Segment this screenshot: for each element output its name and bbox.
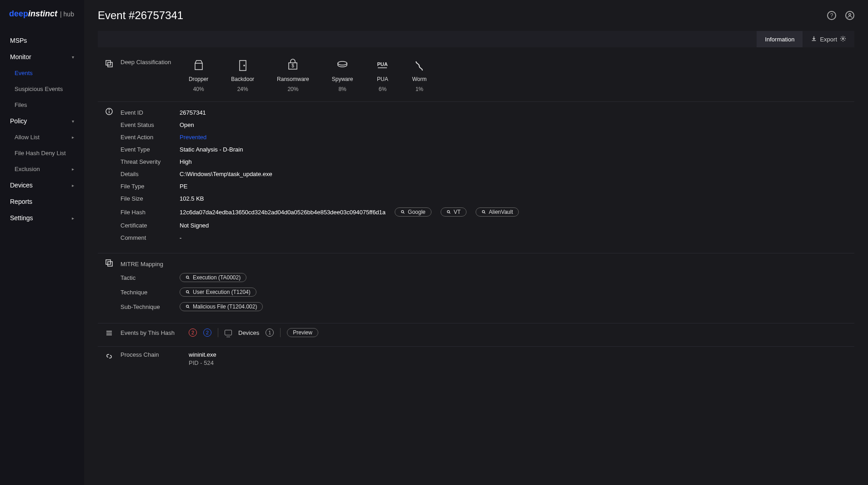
events-red-badge: 2 bbox=[189, 328, 197, 337]
tactic-pill[interactable]: Execution (TA0002) bbox=[180, 273, 246, 282]
details-label: Details bbox=[120, 171, 180, 177]
preview-button[interactable]: Preview bbox=[287, 328, 318, 337]
export-button[interactable]: Export bbox=[803, 31, 854, 47]
technique-label: Technique bbox=[120, 289, 180, 296]
mitre-label: MITRE Mapping bbox=[120, 261, 163, 268]
nav-exclusion[interactable]: Exclusion▸ bbox=[0, 161, 84, 177]
svg-line-27 bbox=[188, 307, 190, 308]
class-ransomware: $ Ransomware 20% bbox=[277, 59, 309, 92]
threat-severity-value: High bbox=[180, 158, 192, 165]
nav-monitor[interactable]: Monitor▾ bbox=[0, 49, 84, 65]
dropper-icon bbox=[192, 59, 206, 72]
divider bbox=[280, 328, 281, 337]
ransomware-icon: $ bbox=[286, 59, 300, 72]
svg-text:PUA: PUA bbox=[377, 61, 388, 67]
events-blue-badge: 2 bbox=[203, 328, 211, 337]
mitre-icon bbox=[105, 259, 113, 267]
nav-allow-list[interactable]: Allow List▸ bbox=[0, 129, 84, 145]
details-value: C:\Windows\Temp\task_update.exe bbox=[180, 171, 272, 177]
chevron-right-icon: ▸ bbox=[72, 167, 74, 172]
monitor-icon bbox=[225, 330, 232, 335]
comment-label: Comment bbox=[120, 234, 180, 241]
subtech-pill[interactable]: Malicious File (T1204.002) bbox=[180, 302, 263, 311]
nav-settings[interactable]: Settings▸ bbox=[0, 210, 84, 226]
event-action-label: Event Action bbox=[120, 134, 180, 141]
main-content: Event #26757341 ? Information Export Dee… bbox=[84, 0, 868, 485]
list-icon bbox=[105, 329, 113, 337]
process-name: wininit.exe bbox=[189, 351, 854, 358]
chevron-right-icon: ▸ bbox=[72, 183, 74, 188]
class-dropper: Dropper 40% bbox=[189, 59, 208, 92]
svg-line-15 bbox=[403, 212, 405, 214]
svg-point-0 bbox=[849, 14, 851, 16]
classification-label: Deep Classification bbox=[120, 59, 189, 66]
hash-alienvault-pill[interactable]: AlienVault bbox=[476, 207, 519, 217]
info-icon bbox=[105, 107, 113, 116]
svg-line-19 bbox=[484, 212, 486, 214]
nav-msps[interactable]: MSPs bbox=[0, 32, 84, 49]
classification-icon bbox=[105, 60, 113, 68]
svg-line-17 bbox=[449, 212, 451, 214]
tab-bar: Information Export bbox=[98, 31, 854, 47]
nav-devices[interactable]: Devices▸ bbox=[0, 177, 84, 193]
file-size-value: 102.5 KB bbox=[180, 195, 204, 202]
nav-file-hash-deny[interactable]: File Hash Deny List bbox=[0, 145, 84, 161]
nav-suspicious-events[interactable]: Suspicious Events bbox=[0, 81, 84, 97]
comment-value: - bbox=[180, 234, 181, 241]
tactic-label: Tactic bbox=[120, 274, 180, 281]
gear-icon[interactable] bbox=[840, 35, 846, 43]
file-type-label: File Type bbox=[120, 183, 180, 190]
nav-events[interactable]: Events bbox=[0, 65, 84, 81]
class-pua: PUA PUA 6% bbox=[376, 59, 389, 92]
class-backdoor: Backdoor 24% bbox=[231, 59, 254, 92]
class-spyware: Spyware 8% bbox=[332, 59, 353, 92]
chevron-down-icon: ▾ bbox=[72, 119, 74, 124]
svg-line-25 bbox=[188, 293, 190, 294]
svg-rect-3 bbox=[108, 62, 112, 67]
threat-severity-label: Threat Severity bbox=[120, 158, 180, 165]
event-action-value: Prevented bbox=[180, 134, 206, 141]
svg-text:$: $ bbox=[292, 63, 295, 68]
page-title: Event #26757341 bbox=[98, 9, 183, 22]
certificate-label: Certificate bbox=[120, 222, 180, 229]
process-pid: PID - 524 bbox=[189, 359, 854, 366]
brand-logo: deepinstinct | hub bbox=[0, 9, 84, 28]
divider bbox=[218, 328, 218, 337]
backdoor-icon bbox=[236, 59, 250, 72]
nav-reports[interactable]: Reports bbox=[0, 193, 84, 210]
chevron-down-icon: ▾ bbox=[72, 55, 74, 60]
nav-policy[interactable]: Policy▾ bbox=[0, 113, 84, 129]
process-chain-label: Process Chain bbox=[120, 351, 189, 358]
file-hash-value: 12c6da07da24edba13650cd324b2ad04d0a0526b… bbox=[180, 209, 386, 216]
user-icon[interactable] bbox=[845, 11, 854, 20]
file-type-value: PE bbox=[180, 183, 187, 190]
sidebar: deepinstinct | hub MSPs Monitor▾ Events … bbox=[0, 0, 84, 485]
pua-icon: PUA bbox=[376, 59, 389, 72]
event-status-label: Event Status bbox=[120, 121, 180, 128]
svg-rect-21 bbox=[108, 262, 112, 266]
events-by-hash-label: Events by This Hash bbox=[120, 329, 189, 336]
spyware-icon bbox=[336, 59, 349, 72]
svg-rect-4 bbox=[240, 61, 246, 71]
svg-rect-2 bbox=[106, 61, 110, 65]
file-hash-label: File Hash bbox=[120, 209, 180, 216]
hash-vt-pill[interactable]: VT bbox=[441, 207, 467, 217]
worm-icon bbox=[412, 59, 426, 72]
class-worm: Worm 1% bbox=[412, 59, 426, 92]
nav-files[interactable]: Files bbox=[0, 97, 84, 113]
event-type-label: Event Type bbox=[120, 146, 180, 153]
devices-label: Devices bbox=[238, 329, 259, 336]
file-size-label: File Size bbox=[120, 195, 180, 202]
hash-google-pill[interactable]: Google bbox=[395, 207, 431, 217]
help-icon[interactable]: ? bbox=[827, 11, 836, 20]
svg-line-23 bbox=[188, 278, 190, 279]
event-id-value: 26757341 bbox=[180, 109, 206, 116]
tab-information[interactable]: Information bbox=[757, 31, 803, 47]
technique-pill[interactable]: User Execution (T1204) bbox=[180, 288, 256, 297]
svg-point-13 bbox=[109, 110, 110, 110]
event-id-label: Event ID bbox=[120, 109, 180, 116]
svg-rect-20 bbox=[106, 260, 110, 264]
event-status-value: Open bbox=[180, 121, 194, 128]
chevron-right-icon: ▸ bbox=[72, 216, 74, 221]
download-icon bbox=[811, 35, 817, 43]
